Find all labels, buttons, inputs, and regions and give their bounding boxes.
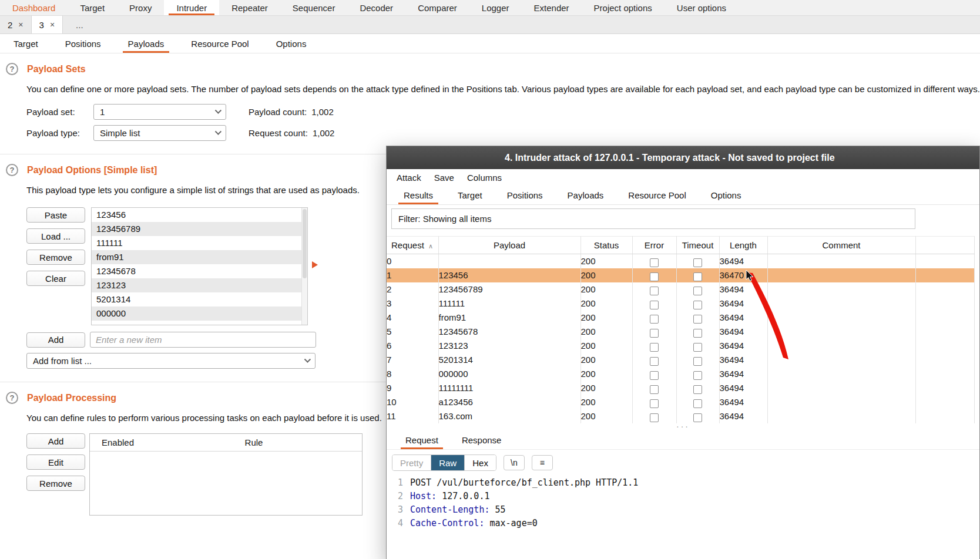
error-checkbox[interactable]: [650, 258, 659, 267]
scrollbar-thumb[interactable]: [303, 209, 307, 278]
error-checkbox[interactable]: [650, 399, 659, 408]
raw-button[interactable]: Raw: [431, 455, 465, 470]
more-tabs-button[interactable]: ...: [63, 16, 96, 33]
menu-columns[interactable]: Columns: [461, 169, 508, 186]
payload-list-item[interactable]: 123456: [92, 208, 307, 222]
intruder-tab-resource-pool[interactable]: Resource Pool: [177, 34, 262, 53]
editor-menu-button[interactable]: ≡: [532, 455, 553, 470]
column-header-error[interactable]: Error: [632, 237, 676, 254]
main-tab-logger[interactable]: Logger: [469, 0, 522, 15]
menu-save[interactable]: Save: [428, 169, 461, 186]
table-row[interactable]: 7 5201314 200 36494: [387, 353, 974, 367]
error-checkbox[interactable]: [650, 287, 659, 295]
timeout-checkbox[interactable]: [693, 287, 702, 295]
column-header-comment[interactable]: Comment: [767, 237, 915, 254]
table-row[interactable]: 9 11111111 200 36494: [387, 381, 974, 395]
error-checkbox[interactable]: [650, 371, 659, 380]
column-header-payload[interactable]: Payload: [438, 237, 580, 254]
intruder-tab-positions[interactable]: Positions: [52, 34, 115, 53]
main-tab-comparer[interactable]: Comparer: [405, 0, 469, 15]
payload-list-item[interactable]: 5201314: [92, 292, 307, 307]
attack-tab-2[interactable]: 2 ×: [0, 16, 32, 33]
timeout-checkbox[interactable]: [693, 258, 702, 267]
table-row[interactable]: 3 111111 200 36494: [387, 297, 974, 311]
error-checkbox[interactable]: [650, 343, 659, 352]
timeout-checkbox[interactable]: [693, 371, 702, 380]
timeout-checkbox[interactable]: [693, 343, 702, 352]
window-title[interactable]: 4. Intruder attack of 127.0.0.1 - Tempor…: [387, 146, 979, 169]
show-newlines-button[interactable]: \n: [504, 455, 525, 470]
error-checkbox[interactable]: [650, 357, 659, 366]
edit-rule-button[interactable]: Edit: [26, 454, 85, 470]
column-header-timeout[interactable]: Timeout: [676, 237, 719, 254]
attack-window-tab-payloads[interactable]: Payloads: [555, 186, 616, 204]
attack-window-tab-positions[interactable]: Positions: [495, 186, 555, 204]
error-checkbox[interactable]: [650, 315, 659, 324]
column-header-status[interactable]: Status: [580, 237, 632, 254]
payload-set-select[interactable]: 1: [93, 104, 226, 120]
remove-button[interactable]: Remove: [26, 250, 85, 265]
clear-button[interactable]: Clear: [26, 271, 85, 286]
close-icon[interactable]: ×: [50, 21, 55, 29]
remove-rule-button[interactable]: Remove: [26, 476, 85, 491]
timeout-checkbox[interactable]: [693, 329, 702, 338]
new-item-input[interactable]: [90, 332, 316, 348]
help-icon[interactable]: ?: [6, 164, 18, 176]
timeout-checkbox[interactable]: [693, 399, 702, 408]
viewer-tab-request[interactable]: Request: [394, 431, 450, 449]
payload-list-item[interactable]: 12345678: [92, 264, 307, 278]
column-header-request[interactable]: Request∧: [387, 237, 438, 254]
help-icon[interactable]: ?: [6, 63, 18, 75]
table-row[interactable]: 10 a123456 200 36494: [387, 395, 974, 409]
attack-tab-3[interactable]: 3 ×: [32, 16, 63, 33]
error-checkbox[interactable]: [650, 413, 659, 422]
table-row[interactable]: 6 123123 200 36494: [387, 339, 974, 353]
table-row[interactable]: 1 123456 200 36470: [387, 268, 974, 282]
menu-attack[interactable]: Attack: [390, 169, 428, 186]
main-tab-decoder[interactable]: Decoder: [347, 0, 405, 15]
pretty-button[interactable]: Pretty: [392, 455, 431, 470]
load-button[interactable]: Load ...: [26, 228, 85, 244]
table-row[interactable]: 2 123456789 200 36494: [387, 282, 974, 297]
main-tab-extender[interactable]: Extender: [522, 0, 582, 15]
attack-window-tab-target[interactable]: Target: [445, 186, 495, 204]
viewer-tab-response[interactable]: Response: [450, 431, 514, 449]
table-row[interactable]: 4 from91 200 36494: [387, 311, 974, 325]
main-tab-dashboard[interactable]: Dashboard: [0, 0, 68, 15]
close-icon[interactable]: ×: [18, 21, 23, 29]
payload-type-select[interactable]: Simple list: [93, 125, 226, 141]
add-rule-button[interactable]: Add: [26, 433, 85, 449]
attack-window-tab-results[interactable]: Results: [391, 186, 445, 204]
payload-list-item[interactable]: from91: [92, 250, 307, 264]
main-tab-intruder[interactable]: Intruder: [164, 0, 219, 15]
error-checkbox[interactable]: [650, 385, 659, 394]
timeout-checkbox[interactable]: [693, 385, 702, 394]
error-checkbox[interactable]: [650, 329, 659, 338]
main-tab-target[interactable]: Target: [68, 0, 117, 15]
attack-window-tab-options[interactable]: Options: [699, 186, 754, 204]
help-icon[interactable]: ?: [6, 392, 18, 404]
table-row[interactable]: 8 000000 200 36494: [387, 367, 974, 381]
add-button[interactable]: Add: [26, 332, 85, 348]
timeout-checkbox[interactable]: [693, 301, 702, 309]
timeout-checkbox[interactable]: [693, 413, 702, 422]
column-header-length[interactable]: Length: [719, 237, 767, 254]
main-tab-user-options[interactable]: User options: [664, 0, 739, 15]
timeout-checkbox[interactable]: [693, 315, 702, 324]
intruder-tab-options[interactable]: Options: [263, 34, 320, 53]
payload-list-item[interactable]: 11111111: [92, 321, 307, 325]
payload-list-item[interactable]: 123456789: [92, 222, 307, 236]
main-tab-proxy[interactable]: Proxy: [117, 0, 164, 15]
filter-bar[interactable]: Filter: Showing all items: [391, 208, 915, 229]
error-checkbox[interactable]: [650, 272, 659, 281]
payload-list-item[interactable]: 111111: [92, 236, 307, 250]
intruder-tab-payloads[interactable]: Payloads: [115, 34, 178, 53]
main-tab-repeater[interactable]: Repeater: [219, 0, 280, 15]
payload-list[interactable]: 123456 123456789 111111 from91 12345678 …: [91, 207, 308, 325]
timeout-checkbox[interactable]: [693, 272, 702, 281]
payload-list-item[interactable]: 123123: [92, 278, 307, 292]
hex-button[interactable]: Hex: [465, 455, 496, 470]
error-checkbox[interactable]: [650, 301, 659, 309]
main-tab-sequencer[interactable]: Sequencer: [280, 0, 348, 15]
splitter-handle[interactable]: ···: [387, 424, 979, 431]
